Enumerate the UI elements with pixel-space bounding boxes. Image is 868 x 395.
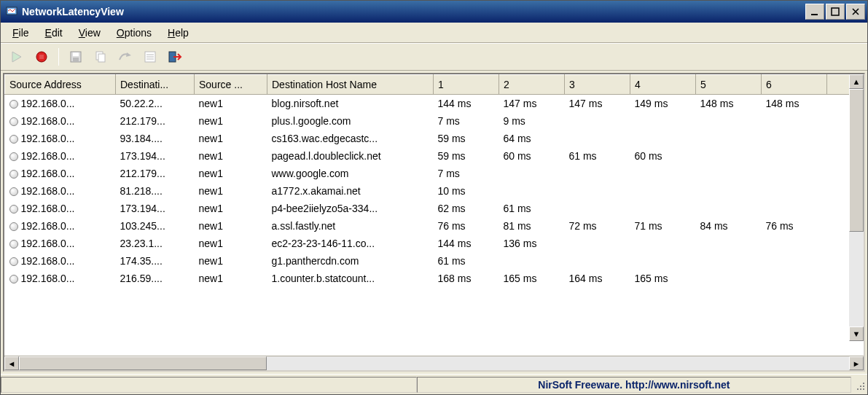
- table-row[interactable]: 192.168.0...212.179...new1plus.l.google.…: [5, 112, 864, 130]
- menu-edit[interactable]: Edit: [38, 25, 70, 41]
- cell: 164 ms: [565, 270, 630, 287]
- table-row[interactable]: 192.168.0...93.184....new1cs163.wac.edge…: [5, 130, 864, 147]
- cell: 165 ms: [630, 270, 696, 287]
- cell: 174.35....: [116, 252, 195, 270]
- svg-rect-9: [73, 58, 79, 61]
- cell: cs163.wac.edgecastc...: [267, 130, 434, 147]
- cell: [565, 130, 630, 147]
- cell: new1: [195, 235, 267, 252]
- vertical-scrollbar[interactable]: ▲ ▼: [849, 74, 864, 341]
- cell: p4-bee2iielyzo5a-334...: [267, 200, 434, 217]
- svg-rect-11: [98, 54, 105, 62]
- table-row[interactable]: 192.168.0...174.35....new1g1.panthercdn.…: [5, 252, 864, 270]
- cell: [696, 200, 762, 217]
- cell: 147 ms: [565, 95, 630, 113]
- column-header-0[interactable]: Source Address: [5, 75, 116, 95]
- cell: 61 ms: [499, 200, 565, 217]
- cell: g1.panthercdn.com: [267, 252, 434, 270]
- cell: [762, 200, 827, 217]
- cell: [499, 182, 565, 200]
- cell: 212.179...: [116, 112, 195, 130]
- exit-icon: [168, 50, 182, 64]
- table-row[interactable]: 192.168.0...216.59....new11.counter.b.st…: [5, 270, 864, 287]
- minimize-button[interactable]: [805, 4, 824, 20]
- cell: 62 ms: [434, 200, 499, 217]
- cell: 61 ms: [565, 147, 630, 165]
- cell: 173.194...: [116, 200, 195, 217]
- column-header-2[interactable]: Source ...: [195, 75, 267, 95]
- cell: 192.168.0...: [5, 182, 116, 200]
- cell: 81 ms: [499, 217, 565, 235]
- table-row[interactable]: 192.168.0...81.218....new1a1772.x.akamai…: [5, 182, 864, 200]
- table-row[interactable]: 192.168.0...212.179...new1www.google.com…: [5, 165, 864, 182]
- column-header-5[interactable]: 2: [499, 75, 565, 95]
- save-button[interactable]: [66, 47, 86, 67]
- hscroll-thumb[interactable]: [19, 356, 267, 370]
- resize-grip[interactable]: [851, 377, 867, 393]
- table-row[interactable]: 192.168.0...23.23.1...new1ec2-23-23-146-…: [5, 235, 864, 252]
- column-header-7[interactable]: 4: [630, 75, 696, 95]
- column-header-8[interactable]: 5: [696, 75, 762, 95]
- cell: [565, 182, 630, 200]
- column-header-6[interactable]: 3: [565, 75, 630, 95]
- title-bar[interactable]: NetworkLatencyView: [1, 1, 867, 23]
- table-row[interactable]: 192.168.0...173.194...new1p4-bee2iielyzo…: [5, 200, 864, 217]
- cell: [696, 147, 762, 165]
- column-header-3[interactable]: Destination Host Name: [267, 75, 434, 95]
- stop-button[interactable]: [31, 47, 52, 67]
- menu-help[interactable]: Help: [160, 25, 196, 41]
- cell: 1.counter.b.statcount...: [267, 270, 434, 287]
- column-header-1[interactable]: Destinati...: [116, 75, 195, 95]
- cell: 173.194...: [116, 147, 195, 165]
- menu-file[interactable]: File: [5, 25, 36, 41]
- horizontal-scrollbar[interactable]: ◄ ►: [4, 356, 864, 370]
- exit-button[interactable]: [165, 47, 185, 67]
- cell: 144 ms: [434, 95, 499, 113]
- cell: 50.22.2...: [116, 95, 195, 113]
- cell: new1: [195, 112, 267, 130]
- cell: 7 ms: [434, 112, 499, 130]
- scroll-thumb[interactable]: [849, 89, 864, 232]
- menu-view[interactable]: View: [71, 25, 108, 41]
- cell: [565, 112, 630, 130]
- close-button[interactable]: [846, 4, 865, 20]
- cell: 7 ms: [434, 165, 499, 182]
- menu-help-rest: elp: [175, 27, 189, 39]
- cell: new1: [195, 200, 267, 217]
- maximize-button[interactable]: [826, 4, 845, 20]
- list-view[interactable]: Source AddressDestinati...Source ...Dest…: [4, 74, 864, 356]
- cell: 192.168.0...: [5, 147, 116, 165]
- cell: 147 ms: [499, 95, 565, 113]
- cell: 192.168.0...: [5, 200, 116, 217]
- cell: [499, 252, 565, 270]
- scroll-up-button[interactable]: ▲: [849, 74, 864, 89]
- cell: blog.nirsoft.net: [267, 95, 434, 113]
- play-button[interactable]: [7, 47, 27, 67]
- svg-rect-8: [73, 52, 79, 56]
- scroll-track[interactable]: [849, 89, 864, 326]
- column-header-9[interactable]: 6: [762, 75, 827, 95]
- cell: pagead.l.doubleclick.net: [267, 147, 434, 165]
- cell: [630, 165, 696, 182]
- cell: 192.168.0...: [5, 270, 116, 287]
- cell: www.google.com: [267, 165, 434, 182]
- properties-button[interactable]: [140, 47, 160, 67]
- window-title: NetworkLatencyView: [22, 6, 805, 17]
- scroll-down-button[interactable]: ▼: [849, 326, 864, 341]
- scroll-left-button[interactable]: ◄: [4, 356, 19, 370]
- svg-rect-2: [811, 14, 818, 15]
- row-status-icon: [9, 170, 18, 179]
- row-status-icon: [9, 135, 18, 144]
- menu-edit-rest: dit: [52, 27, 63, 39]
- table-row[interactable]: 192.168.0...173.194...new1pagead.l.doubl…: [5, 147, 864, 165]
- table-row[interactable]: 192.168.0...50.22.2...new1blog.nirsoft.n…: [5, 95, 864, 113]
- menu-options[interactable]: Options: [109, 25, 159, 41]
- copy-button[interactable]: [90, 47, 111, 67]
- scroll-right-button[interactable]: ►: [849, 356, 864, 370]
- table-row[interactable]: 192.168.0...103.245...new1a.ssl.fastly.n…: [5, 217, 864, 235]
- svg-rect-21: [857, 388, 859, 390]
- jump-button[interactable]: [115, 47, 136, 67]
- cell: 165 ms: [499, 270, 565, 287]
- hscroll-track[interactable]: [19, 356, 849, 370]
- column-header-4[interactable]: 1: [434, 75, 499, 95]
